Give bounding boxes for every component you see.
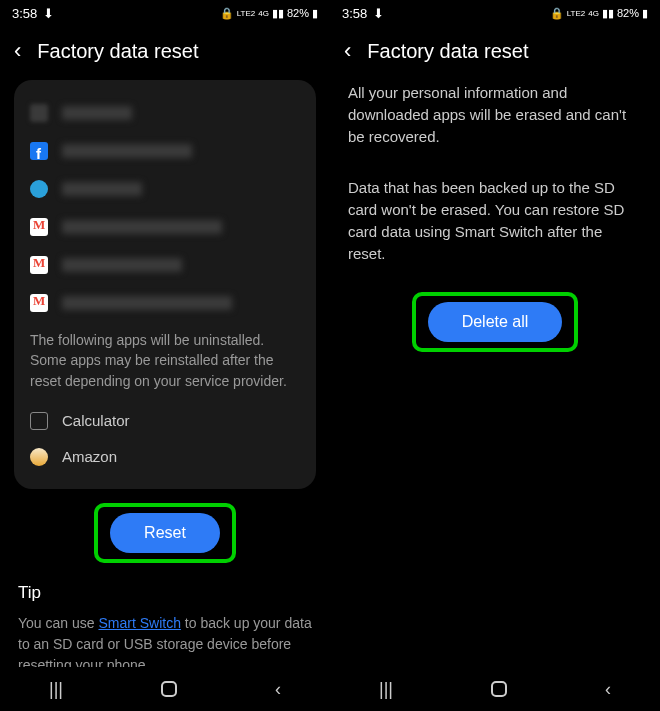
uninstall-warning: The following apps will be uninstalled. … xyxy=(26,322,304,403)
back-icon[interactable]: ‹ xyxy=(344,38,351,64)
status-bar: 3:58 ⬇ 🔒 LTE2 4G ▮▮ 82% ▮ xyxy=(330,0,660,26)
facebook-icon xyxy=(30,142,48,160)
gmail-icon xyxy=(30,256,48,274)
highlight-box: Delete all xyxy=(412,292,579,352)
warning-text-1: All your personal information and downlo… xyxy=(344,76,646,153)
gmail-icon xyxy=(30,218,48,236)
nav-bar: ||| ‹ xyxy=(330,667,660,711)
account-row xyxy=(26,94,304,132)
app-label: Calculator xyxy=(62,412,130,429)
calculator-icon xyxy=(30,412,48,430)
warning-text-2: Data that has been backed up to the SD c… xyxy=(344,171,646,270)
app-row: Amazon xyxy=(26,439,304,475)
battery-pct: 82% xyxy=(617,7,639,19)
volte-icon: LTE2 xyxy=(237,9,256,18)
signal-icon: ▮▮ xyxy=(602,7,614,20)
header: ‹ Factory data reset xyxy=(330,26,660,76)
tip-title: Tip xyxy=(18,583,312,603)
nav-home-icon[interactable] xyxy=(491,681,507,697)
smart-switch-link[interactable]: Smart Switch xyxy=(98,615,180,631)
app-label: Amazon xyxy=(62,448,117,465)
account-row xyxy=(26,170,304,208)
lock-icon: 🔒 xyxy=(220,7,234,20)
battery-pct: 82% xyxy=(287,7,309,19)
volte-icon: LTE2 xyxy=(567,9,586,18)
nav-home-icon[interactable] xyxy=(161,681,177,697)
tip-section: Tip You can use Smart Switch to back up … xyxy=(14,563,316,667)
telegram-icon xyxy=(30,180,48,198)
download-icon: ⬇ xyxy=(373,6,384,21)
signal-icon: ▮▮ xyxy=(272,7,284,20)
nav-back-icon[interactable]: ‹ xyxy=(275,679,281,700)
nav-recent-icon[interactable]: ||| xyxy=(49,679,63,700)
page-title: Factory data reset xyxy=(367,40,528,63)
gmail-icon xyxy=(30,294,48,312)
back-icon[interactable]: ‹ xyxy=(14,38,21,64)
signal-4g: 4G xyxy=(588,9,599,18)
account-row xyxy=(26,284,304,322)
lock-icon: 🔒 xyxy=(550,7,564,20)
account-row xyxy=(26,132,304,170)
status-time: 3:58 xyxy=(12,6,37,21)
status-bar: 3:58 ⬇ 🔒 LTE2 4G ▮▮ 82% ▮ xyxy=(0,0,330,26)
nav-back-icon[interactable]: ‹ xyxy=(605,679,611,700)
delete-all-button[interactable]: Delete all xyxy=(428,302,563,342)
app-row: Calculator xyxy=(26,403,304,439)
account-row xyxy=(26,208,304,246)
nav-recent-icon[interactable]: ||| xyxy=(379,679,393,700)
download-icon: ⬇ xyxy=(43,6,54,21)
header: ‹ Factory data reset xyxy=(0,26,330,76)
phone-right: 3:58 ⬇ 🔒 LTE2 4G ▮▮ 82% ▮ ‹ Factory data… xyxy=(330,0,660,711)
tip-text: You can use Smart Switch to back up your… xyxy=(18,613,312,667)
status-time: 3:58 xyxy=(342,6,367,21)
page-title: Factory data reset xyxy=(37,40,198,63)
account-row xyxy=(26,246,304,284)
nav-bar: ||| ‹ xyxy=(0,667,330,711)
reset-button[interactable]: Reset xyxy=(110,513,220,553)
highlight-box: Reset xyxy=(94,503,236,563)
phone-left: 3:58 ⬇ 🔒 LTE2 4G ▮▮ 82% ▮ ‹ Factory data… xyxy=(0,0,330,711)
signal-4g: 4G xyxy=(258,9,269,18)
battery-icon: ▮ xyxy=(642,7,648,20)
accounts-card: The following apps will be uninstalled. … xyxy=(14,80,316,489)
amazon-icon xyxy=(30,448,48,466)
battery-icon: ▮ xyxy=(312,7,318,20)
